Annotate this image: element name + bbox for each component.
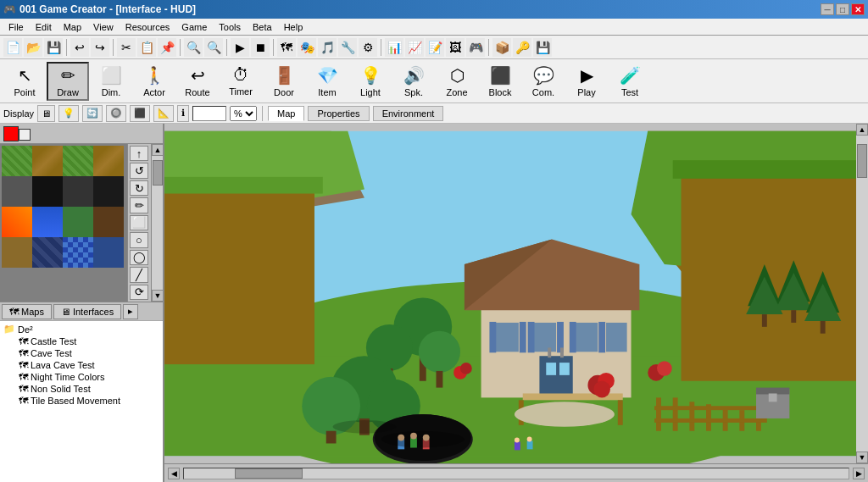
tool-timer[interactable]: ⏱ Timer	[220, 62, 262, 101]
tool-btn7[interactable]: 📈	[405, 38, 424, 57]
menu-file[interactable]: File	[3, 20, 29, 34]
zoom-out-btn[interactable]: 🔍	[204, 38, 223, 57]
menu-help[interactable]: Help	[279, 20, 309, 34]
close-button[interactable]: ✕	[851, 3, 865, 15]
rotate-cw-tool[interactable]: ↻	[130, 180, 148, 196]
tab-interfaces[interactable]: 🖥 Interfaces	[53, 304, 121, 319]
save-btn[interactable]: 💾	[44, 38, 63, 57]
tool-btn5[interactable]: ⚙	[359, 38, 377, 57]
open-btn[interactable]: 📂	[24, 38, 42, 57]
menu-game[interactable]: Game	[176, 20, 212, 34]
tree-root[interactable]: 📁 De²	[2, 323, 161, 335]
tile-11[interactable]	[93, 207, 124, 237]
zoom-unit-select[interactable]: %	[230, 106, 257, 121]
tile-6[interactable]	[63, 176, 93, 207]
cut-btn[interactable]: ✂	[117, 38, 136, 57]
color-swatch-fg[interactable]	[3, 126, 19, 141]
display-btn3[interactable]: 🔄	[82, 105, 103, 122]
scroll-left-btn[interactable]: ◀	[168, 468, 180, 479]
tool-btn8[interactable]: 📝	[426, 38, 444, 57]
tile-9[interactable]	[32, 207, 63, 237]
rotate-ccw-tool[interactable]: ↺	[130, 163, 148, 178]
display-btn1[interactable]: 🖥	[37, 105, 55, 122]
copy-btn[interactable]: 📋	[137, 38, 156, 57]
ellipse-tool[interactable]: ◯	[130, 250, 148, 265]
tile-1[interactable]	[32, 146, 63, 176]
tool-item[interactable]: 💎 Item	[306, 62, 348, 101]
tool-btn13[interactable]: 💾	[533, 38, 552, 57]
panel-extra-btn[interactable]: ▸	[123, 304, 138, 319]
undo-btn[interactable]: ↩	[70, 38, 89, 57]
tab-map[interactable]: Map	[268, 106, 304, 121]
scroll-right-btn[interactable]: ▶	[853, 468, 865, 479]
tool-btn11[interactable]: 📦	[492, 38, 511, 57]
tool-btn3[interactable]: 🎵	[318, 38, 337, 57]
tile-5[interactable]	[32, 176, 63, 207]
tool-btn12[interactable]: 🔑	[513, 38, 531, 57]
pal-scroll-up[interactable]: ▲	[152, 144, 163, 156]
tree-item-non-solid[interactable]: 🗺 Non Solid Test	[17, 383, 161, 395]
h-scroll-thumb[interactable]	[235, 468, 303, 479]
tile-13[interactable]	[32, 237, 63, 268]
new-btn[interactable]: 📄	[3, 38, 22, 57]
display-btn6[interactable]: 📐	[153, 105, 174, 122]
v-scroll-thumb[interactable]	[857, 144, 867, 178]
color-swatch-bg[interactable]	[19, 129, 31, 141]
display-btn2[interactable]: 💡	[58, 105, 79, 122]
pal-scroll-thumb[interactable]	[153, 160, 163, 186]
tree-item-cave[interactable]: 🗺 Cave Test	[17, 347, 161, 359]
scroll-up-btn[interactable]: ▲	[856, 124, 868, 136]
paste-btn[interactable]: 📌	[158, 38, 176, 57]
display-btn4[interactable]: 🔘	[106, 105, 126, 122]
zoom-input[interactable]: 550	[192, 106, 226, 121]
tree-item-night-colors[interactable]: 🗺 Night Time Colors	[17, 371, 161, 383]
tile-8[interactable]	[2, 207, 32, 237]
menu-beta[interactable]: Beta	[248, 20, 277, 34]
tool-btn10[interactable]: 🎮	[466, 38, 485, 57]
tile-0[interactable]	[2, 146, 32, 176]
tile-14[interactable]	[63, 237, 93, 268]
map-view[interactable]	[164, 124, 856, 463]
minimize-button[interactable]: ─	[821, 3, 834, 15]
tile-15[interactable]	[93, 237, 124, 268]
tile-7[interactable]	[93, 176, 124, 207]
tab-environment[interactable]: Environment	[373, 106, 444, 121]
tool-actor[interactable]: 🚶 Actor	[133, 62, 175, 101]
pencil-tool[interactable]: ✏	[130, 197, 148, 213]
circle-tool[interactable]: ○	[130, 232, 148, 247]
h-scrollbar[interactable]	[183, 468, 849, 479]
display-btn5[interactable]: ⬛	[130, 105, 150, 122]
maximize-button[interactable]: □	[836, 3, 849, 15]
tree-item-tile-movement[interactable]: 🗺 Tile Based Movement	[17, 395, 161, 407]
menu-resources[interactable]: Resources	[120, 20, 175, 34]
display-btn7[interactable]: ℹ	[177, 105, 189, 122]
tool-btn4[interactable]: 🔧	[338, 38, 357, 57]
tile-3[interactable]	[93, 146, 124, 176]
arrow-up-tool[interactable]: ↑	[130, 146, 148, 161]
tool-play[interactable]: ▶ Play	[565, 62, 608, 101]
tool-btn1[interactable]: 🗺	[277, 38, 296, 57]
pal-scroll-down[interactable]: ▼	[152, 290, 163, 302]
refresh-tool[interactable]: ⟳	[130, 285, 148, 300]
tree-item-lava-cave[interactable]: 🗺 Lava Cave Test	[17, 359, 161, 371]
menu-edit[interactable]: Edit	[31, 20, 57, 34]
tab-properties[interactable]: Properties	[308, 106, 369, 121]
tree-item-castle[interactable]: 🗺 Castle Test	[17, 335, 161, 347]
tool-zone[interactable]: ⬡ Zone	[436, 62, 478, 101]
tool-btn9[interactable]: 🖼	[446, 38, 465, 57]
tool-point[interactable]: ↖ Point	[3, 62, 46, 101]
tool-route[interactable]: ↩ Route	[176, 62, 219, 101]
zoom-in-btn[interactable]: 🔍	[184, 38, 203, 57]
tool-door[interactable]: 🚪 Door	[263, 62, 305, 101]
tile-4[interactable]	[2, 176, 32, 207]
scroll-down-btn[interactable]: ▼	[856, 452, 868, 463]
tool-btn2[interactable]: 🎭	[298, 38, 316, 57]
tool-com[interactable]: 💬 Com.	[522, 62, 565, 101]
menu-view[interactable]: View	[88, 20, 119, 34]
menu-tools[interactable]: Tools	[214, 20, 246, 34]
menu-map[interactable]: Map	[58, 20, 86, 34]
stop-btn[interactable]: ⏹	[251, 38, 270, 57]
tile-2[interactable]	[63, 146, 93, 176]
select-tool[interactable]: ⬜	[130, 215, 148, 230]
tool-draw[interactable]: ✏ Draw	[47, 62, 89, 101]
